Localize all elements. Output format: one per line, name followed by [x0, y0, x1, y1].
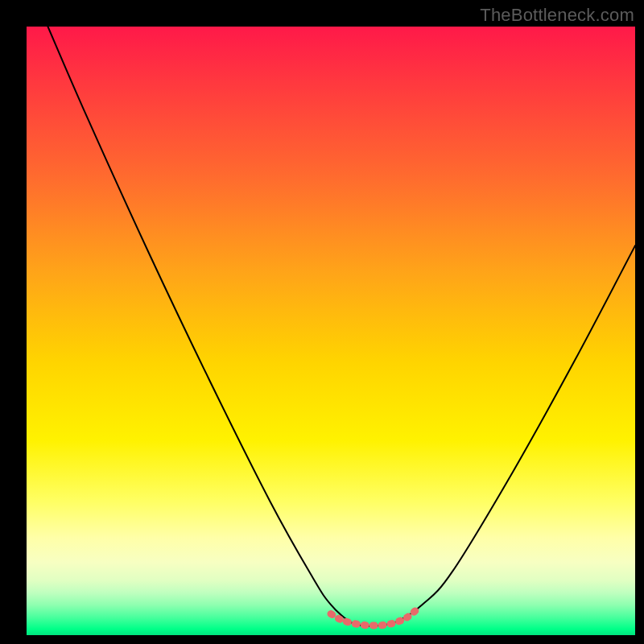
chart-frame: TheBottleneck.com — [0, 0, 644, 644]
primary-curve — [47, 27, 635, 626]
watermark-text: TheBottleneck.com — [480, 5, 634, 26]
chart-svg — [27, 27, 635, 635]
